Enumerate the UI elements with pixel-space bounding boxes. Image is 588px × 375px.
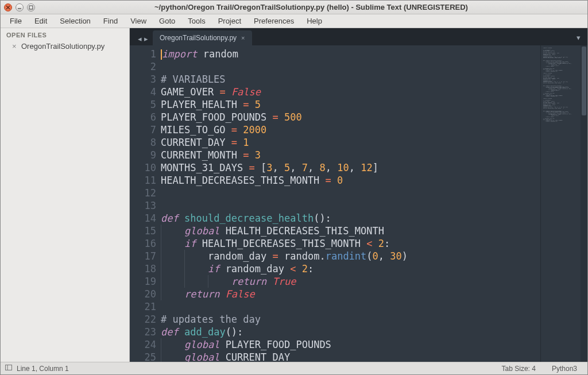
menu-find[interactable]: Find — [98, 15, 123, 27]
line-number: 18 — [130, 262, 156, 275]
code-line[interactable] — [161, 199, 540, 212]
line-number: 10 — [130, 161, 156, 174]
close-icon[interactable] — [4, 3, 12, 11]
tab-close-icon[interactable]: × — [241, 34, 245, 41]
vertical-scrollbar[interactable] — [581, 45, 587, 362]
menu-edit[interactable]: Edit — [29, 15, 53, 27]
indent-guide — [161, 237, 161, 250]
indent-guide — [161, 275, 161, 288]
line-number: 2 — [130, 60, 156, 73]
statusbar: Line 1, Column 1 Tab Size: 4 Python3 — [1, 362, 587, 374]
code-line[interactable]: global HEALTH_DECREASES_THIS_MONTH — [161, 225, 540, 237]
code-area[interactable]: import random# VARIABLESGAME_OVER = Fals… — [161, 45, 540, 362]
code-line[interactable]: MONTHS_31_DAYS = [3, 5, 7, 8, 10, 12] — [161, 161, 540, 174]
tab-overflow-icon[interactable]: ▾ — [570, 30, 587, 45]
line-number: 21 — [130, 300, 156, 313]
code-line[interactable]: # updates the day — [161, 313, 540, 326]
code-line[interactable]: if random_day < 2: — [161, 262, 540, 275]
titlebar: ~/python/Oregon Trail/OregonTrailSolutio… — [1, 1, 587, 14]
gutter: 1234567891011121314151617181920212223242… — [130, 45, 161, 362]
code-line[interactable] — [161, 60, 540, 73]
scroll-thumb[interactable] — [582, 47, 586, 115]
close-file-icon[interactable]: × — [12, 42, 18, 51]
code-line[interactable]: global PLAYER_FOOD_POUNDS — [161, 338, 540, 351]
menu-selection[interactable]: Selection — [54, 15, 96, 27]
code-line[interactable]: if HEALTH_DECREASES_THIS_MONTH < 2: — [161, 237, 540, 250]
code-line[interactable]: CURRENT_MONTH = 3 — [161, 149, 540, 161]
line-number: 3 — [130, 73, 156, 86]
status-tabsize[interactable]: Tab Size: 4 — [496, 365, 541, 373]
code-line[interactable]: HEALTH_DECREASES_THIS_MONTH = 0 — [161, 174, 540, 187]
code-line[interactable]: import random — [161, 48, 540, 60]
window-title: ~/python/Oregon Trail/OregonTrailSolutio… — [38, 3, 584, 11]
line-number: 17 — [130, 250, 156, 262]
tab-history-arrows: ◂ ▸ — [133, 32, 153, 45]
code-line[interactable]: GAME_OVER = False — [161, 86, 540, 98]
code-line[interactable]: PLAYER_FOOD_POUNDS = 500 — [161, 111, 540, 123]
indent-guide — [208, 275, 208, 288]
code-line[interactable]: CURRENT_DAY = 1 — [161, 136, 540, 149]
indent-guide — [161, 288, 161, 300]
svg-rect-0 — [29, 6, 33, 9]
maximize-icon[interactable] — [27, 3, 35, 11]
code-line[interactable]: PLAYER_HEALTH = 5 — [161, 98, 540, 111]
line-number: 20 — [130, 288, 156, 300]
main-area: OPEN FILES ×OregonTrailSolutionpy.py ◂ ▸… — [1, 28, 587, 362]
svg-rect-1 — [6, 365, 12, 370]
line-number: 19 — [130, 275, 156, 288]
code-line[interactable]: MILES_TO_GO = 2000 — [161, 123, 540, 136]
editor-pane: ◂ ▸ OregonTrailSolutionpy.py × ▾ 1234567… — [130, 28, 587, 362]
line-number: 13 — [130, 199, 156, 212]
menu-tools[interactable]: Tools — [182, 15, 211, 27]
minimize-icon[interactable] — [16, 3, 24, 11]
menu-view[interactable]: View — [125, 15, 152, 27]
line-number: 7 — [130, 123, 156, 136]
line-number: 24 — [130, 338, 156, 351]
panel-switch-icon[interactable] — [5, 364, 12, 373]
code-line[interactable] — [161, 187, 540, 199]
code-line[interactable]: def should_decrease_health(): — [161, 212, 540, 225]
open-files-header: OPEN FILES — [1, 28, 129, 41]
menu-project[interactable]: Project — [212, 15, 247, 27]
tabbar: ◂ ▸ OregonTrailSolutionpy.py × ▾ — [130, 28, 587, 45]
tab-active[interactable]: OregonTrailSolutionpy.py × — [153, 30, 252, 45]
indent-guide — [161, 351, 161, 362]
line-number: 22 — [130, 313, 156, 326]
line-number: 5 — [130, 98, 156, 111]
indent-guide — [161, 225, 161, 237]
code-line[interactable]: return True — [161, 275, 540, 288]
code-line[interactable] — [161, 300, 540, 313]
code-line[interactable]: random_day = random.randint(0, 30) — [161, 250, 540, 262]
line-number: 4 — [130, 86, 156, 98]
open-file-item[interactable]: ×OregonTrailSolutionpy.py — [1, 41, 129, 52]
minimap[interactable]: import random # VARIABLES GAME_OVER = Fa… — [540, 45, 581, 362]
line-number: 16 — [130, 237, 156, 250]
line-number: 23 — [130, 326, 156, 338]
code-line[interactable]: # VARIABLES — [161, 73, 540, 86]
indent-guide — [161, 338, 161, 351]
line-number: 11 — [130, 174, 156, 187]
window-buttons — [4, 3, 35, 11]
indent-guide — [184, 262, 185, 275]
indent-guide — [184, 250, 185, 262]
sidebar: OPEN FILES ×OregonTrailSolutionpy.py — [1, 28, 130, 362]
status-position: Line 1, Column 1 — [17, 365, 69, 373]
status-syntax[interactable]: Python3 — [546, 365, 583, 373]
code-line[interactable]: def add_day(): — [161, 326, 540, 338]
menu-help[interactable]: Help — [301, 15, 328, 27]
history-forward-icon[interactable]: ▸ — [144, 34, 148, 43]
menu-file[interactable]: File — [4, 15, 28, 27]
line-number: 8 — [130, 136, 156, 149]
editor-body[interactable]: 1234567891011121314151617181920212223242… — [130, 45, 587, 362]
open-file-label: OregonTrailSolutionpy.py — [21, 42, 105, 51]
line-number: 25 — [130, 351, 156, 362]
code-line[interactable]: global CURRENT_DAY — [161, 351, 540, 362]
menubar: FileEditSelectionFindViewGotoToolsProjec… — [1, 14, 587, 28]
menu-preferences[interactable]: Preferences — [248, 15, 300, 27]
line-number: 14 — [130, 212, 156, 225]
menu-goto[interactable]: Goto — [153, 15, 181, 27]
code-line[interactable]: return False — [161, 288, 540, 300]
history-back-icon[interactable]: ◂ — [138, 34, 142, 43]
line-number: 1 — [130, 48, 156, 60]
app-window: ~/python/Oregon Trail/OregonTrailSolutio… — [0, 0, 588, 375]
